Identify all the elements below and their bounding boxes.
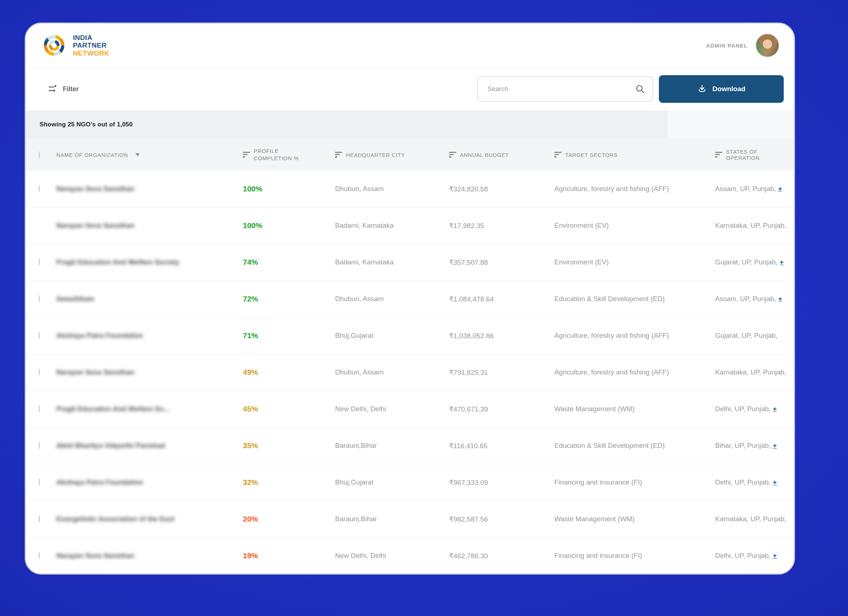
row-radio[interactable] [39,405,40,413]
table-row[interactable]: Narayan Seva Sansthan 100% Badami, Karna… [26,207,794,244]
filter-list-icon[interactable] [554,152,562,157]
org-name: Narayan Seva Sansthan [56,552,243,560]
column-header-states[interactable]: STATES OF OPERATION [715,148,794,161]
table-row[interactable]: Pragti Education And Welfare Society 74%… [26,244,794,281]
headquarter-city: Bhuj,Gujarat [335,478,449,486]
org-name: Narayan Seva Sansthan [56,185,243,193]
row-radio[interactable] [39,332,40,339]
table-row[interactable]: Akhil Bhartiya Vidyarthi Parishad 35% Ba… [26,427,794,464]
states-text: Gujarat, UP, Punjab, [715,332,778,339]
profile-completion: 45% [243,405,335,413]
annual-budget: ₹116,410.65 [449,442,554,450]
column-header-completion[interactable]: PROFILE COMPLETION % [243,147,335,162]
states-of-operation: Delhi, UP, Punjab,+ [715,552,794,560]
profile-completion: 32% [243,478,335,487]
filter-list-icon[interactable] [243,152,250,157]
target-sector: Education & Skill Development (ED) [554,442,715,450]
user-avatar[interactable] [755,33,780,57]
row-radio[interactable] [39,258,40,266]
logo-mark-icon [41,32,67,58]
row-radio[interactable] [39,442,40,449]
annual-budget: ₹470,671.39 [449,405,554,413]
profile-completion: 74% [243,258,335,267]
table-row[interactable]: Evangelistic Association of the East 20%… [26,500,794,537]
target-sector: Environment (EV) [554,221,715,230]
column-header-city[interactable]: HEADQUARTER CITY [335,152,449,158]
table-row[interactable]: Swasthkam 72% Dhuburi, Assam ₹1,084,478.… [26,281,794,317]
table-header: NAME OF ORGANIZATION PROFILE COMPLETION … [26,139,794,171]
states-of-operation: Gujarat, UP, Punjab,+ [715,258,794,266]
states-more-link[interactable]: + [778,185,782,193]
column-header-name[interactable]: NAME OF ORGANIZATION [56,152,243,158]
table-row[interactable]: Narayan Seva Sansthan 100% Dhuburi, Assa… [26,171,794,207]
table-body: Narayan Seva Sansthan 100% Dhuburi, Assa… [26,171,794,574]
filter-button[interactable]: Filter [48,84,79,94]
states-text: Assam, UP, Punjab, [715,295,776,303]
column-header-budget[interactable]: ANNUAL BUDGET [449,152,554,158]
sort-caret-icon[interactable] [135,153,140,156]
download-button[interactable]: Download [659,75,784,103]
target-sector: Environment (EV) [554,258,715,266]
app-logo: INDIA PARTNER NETWORK [41,32,109,58]
search-input[interactable] [487,85,635,94]
table-row[interactable]: Narayan Seva Sansthan 49% Dhuburi, Assam… [26,354,794,390]
summary-text: Showing 25 NGO’s out of 1,050 [40,121,132,128]
filter-list-icon[interactable] [335,152,342,157]
target-sector: Financing and insurance (FI) [554,478,715,486]
states-of-operation: Assam, UP, Punjab,+ [715,185,794,193]
target-sector: Education & Skill Development (ED) [554,295,715,303]
target-sector: Waste Management (WM) [554,515,715,523]
row-radio[interactable] [39,552,40,560]
target-sector: Financing and insurance (FI) [554,552,715,560]
logo-wordmark: INDIA PARTNER NETWORK [73,34,109,57]
states-of-operation: Delhi, UP, Punjab,+ [715,478,794,486]
logo-line-1: INDIA [73,34,109,42]
states-text: Gujarat, UP, Punjab, [715,258,778,266]
org-name: Narayan Seva Sansthan [56,368,243,376]
states-text: Delhi, UP, Punjab, [715,552,771,560]
states-more-link[interactable]: + [778,295,782,303]
headquarter-city: Dhuburi, Assam [335,185,449,193]
org-name: Akhil Bhartiya Vidyarthi Parishad [56,442,243,450]
annual-budget: ₹1,038,052.86 [449,332,554,340]
app-background: INDIA PARTNER NETWORK ADMIN PANEL [0,0,848,616]
profile-completion: 71% [243,331,335,340]
headquarter-city: New Delhi, Delhi [335,552,449,560]
states-more-link[interactable]: + [780,258,784,266]
row-radio[interactable] [39,295,40,303]
row-radio[interactable] [39,185,40,193]
column-header-sectors[interactable]: TARGET SECTORS [554,152,715,158]
download-label: Download [713,85,746,93]
states-more-link[interactable]: + [773,442,777,449]
table-row[interactable]: Akshaya Patra Foundation 32% Bhuj,Gujara… [26,464,794,500]
states-of-operation: Karnataka, UP, Punjab, [715,368,794,376]
filter-list-icon[interactable] [715,152,722,157]
states-text: Delhi, UP, Punjab, [715,405,771,413]
row-radio[interactable] [39,478,40,486]
annual-budget: ₹357,507.88 [449,258,554,267]
logo-line-2: PARTNER [73,42,109,49]
filter-list-icon[interactable] [449,152,456,157]
row-radio[interactable] [39,368,40,376]
filter-label: Filter [63,85,79,93]
states-text: Assam, UP, Punjab, [715,185,776,193]
states-more-link[interactable]: + [773,405,777,413]
annual-budget: ₹1,084,478.64 [449,295,554,303]
annual-budget: ₹17,982.35 [449,221,554,230]
search-icon[interactable] [635,84,645,94]
table-row[interactable]: Pragti Education And Welfare So... 45% N… [26,390,794,427]
row-radio[interactable] [39,515,40,522]
select-all-checkbox[interactable] [39,151,40,159]
states-more-link[interactable]: + [773,552,777,560]
profile-completion: 19% [243,551,335,560]
target-sector: Waste Management (WM) [554,405,715,413]
table-row[interactable]: Narayan Seva Sansthan 19% New Delhi, Del… [26,537,794,574]
states-more-link[interactable]: + [773,478,777,486]
headquarter-city: Dhuburi, Assam [335,295,449,303]
headquarter-city: Badami, Karnataka [335,258,449,266]
table-row[interactable]: Akshaya Patra Foundation 71% Bhuj,Gujara… [26,317,794,354]
download-icon [697,84,707,94]
column-label: PROFILE COMPLETION % [254,147,316,162]
headquarter-city: Barauni,Bihar [335,442,449,450]
profile-completion: 72% [243,295,335,303]
